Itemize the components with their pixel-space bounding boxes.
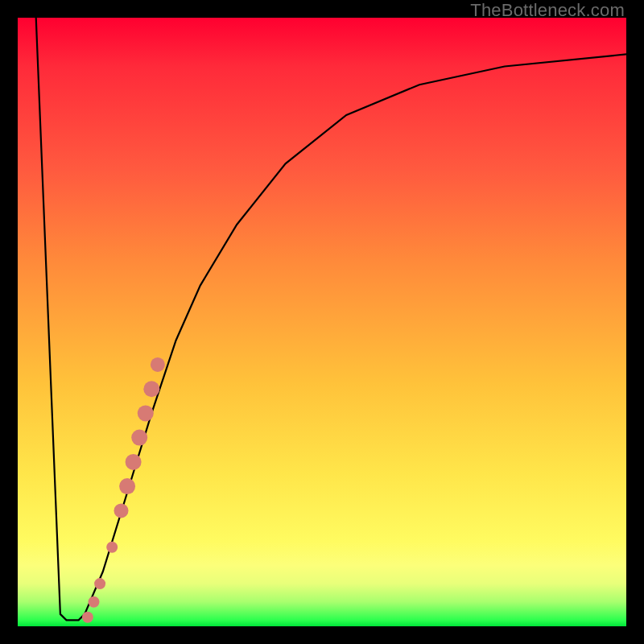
data-point bbox=[143, 381, 159, 397]
highlighted-points bbox=[82, 357, 165, 623]
data-point bbox=[126, 454, 142, 470]
data-point bbox=[131, 430, 147, 446]
data-point bbox=[106, 542, 118, 553]
data-point bbox=[114, 503, 129, 518]
data-point bbox=[82, 612, 93, 623]
data-point bbox=[94, 578, 105, 589]
data-point bbox=[119, 478, 135, 494]
curve-layer bbox=[18, 18, 626, 626]
chart-frame: TheBottleneck.com bbox=[0, 0, 644, 644]
plot-area bbox=[18, 18, 626, 626]
data-point bbox=[151, 357, 165, 372]
bottleneck-curve bbox=[36, 18, 626, 620]
watermark-text: TheBottleneck.com bbox=[470, 0, 625, 21]
data-point bbox=[138, 405, 154, 421]
data-point bbox=[89, 597, 100, 608]
